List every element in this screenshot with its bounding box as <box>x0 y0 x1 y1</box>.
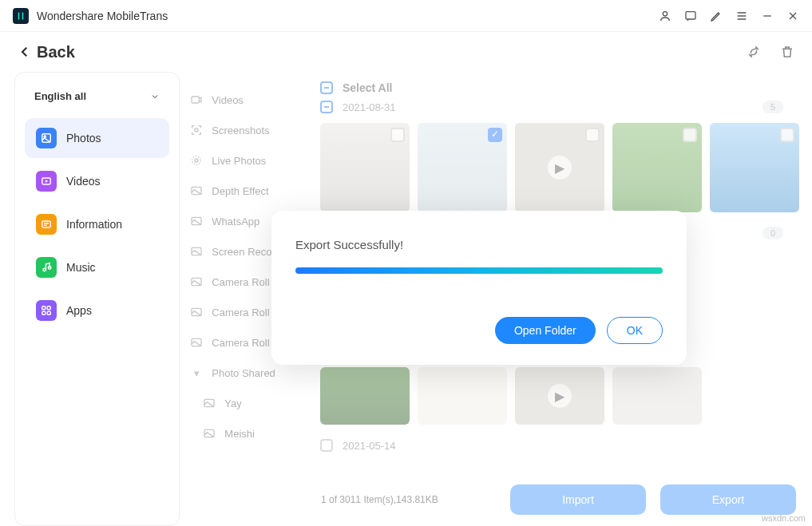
photo-thumb[interactable] <box>612 123 702 212</box>
select-all-label: Select All <box>343 81 393 94</box>
svg-point-13 <box>195 129 198 132</box>
export-success-modal: Export Successfully! Open Folder OK <box>271 211 687 365</box>
import-button[interactable]: Import <box>510 484 646 515</box>
select-all-checkbox[interactable] <box>320 81 333 94</box>
svg-rect-5 <box>42 221 51 227</box>
photo-thumb[interactable] <box>320 123 410 212</box>
svg-rect-11 <box>47 311 50 314</box>
progress-bar <box>295 267 663 274</box>
info-icon <box>36 214 57 235</box>
album-label: Photo Shared <box>212 367 275 379</box>
nav-information[interactable]: Information <box>25 204 169 244</box>
album-label: Yay <box>224 397 241 409</box>
date-checkbox[interactable] <box>320 101 333 113</box>
date-checkbox[interactable] <box>320 439 333 452</box>
svg-rect-12 <box>192 97 199 103</box>
image-icon <box>189 214 204 228</box>
album-label: Depth Effect <box>212 185 268 197</box>
thumb-checkbox[interactable] <box>488 128 502 142</box>
thumb-checkbox[interactable] <box>390 128 405 142</box>
play-icon: ▶ <box>548 384 572 408</box>
photo-thumb[interactable] <box>418 123 507 212</box>
svg-rect-8 <box>42 307 46 310</box>
back-label: Back <box>37 43 75 61</box>
album-label: Camera Roll <box>212 307 269 318</box>
thumb-checkbox[interactable] <box>683 128 697 142</box>
nav-videos[interactable]: Videos <box>25 161 169 201</box>
music-icon <box>36 257 57 278</box>
photo-thumb[interactable] <box>612 367 702 425</box>
back-button[interactable]: Back <box>18 43 75 61</box>
date-label: 2021-05-14 <box>343 440 396 452</box>
app-logo <box>13 8 29 24</box>
selection-info: 1 of 3011 Item(s),143.81KB <box>321 494 438 505</box>
image-icon <box>189 244 204 259</box>
ok-button[interactable]: OK <box>607 317 663 344</box>
album-videos[interactable]: Videos <box>183 85 311 115</box>
photo-thumb[interactable]: ▶ <box>515 367 604 425</box>
svg-rect-10 <box>42 311 46 314</box>
svg-rect-9 <box>47 307 50 310</box>
svg-point-7 <box>48 267 51 270</box>
apps-icon <box>36 300 57 321</box>
caret-down-icon: ▾ <box>189 366 204 380</box>
album-screenshots[interactable]: Screenshots <box>183 115 311 145</box>
svg-point-0 <box>663 11 667 15</box>
photo-thumb[interactable] <box>418 367 507 425</box>
album-label: Meishi <box>224 428 255 440</box>
album-label: Live Photos <box>212 155 266 167</box>
nav-photos[interactable]: Photos <box>25 118 169 158</box>
footer: 1 of 3011 Item(s),143.81KB Import Export <box>321 484 796 515</box>
album-deptheffect[interactable]: Depth Effect <box>183 176 311 206</box>
date-label: 2021-08-31 <box>343 101 396 113</box>
photo-thumb[interactable] <box>320 367 410 425</box>
chevron-down-icon <box>150 92 160 101</box>
open-folder-button[interactable]: Open Folder <box>495 317 596 344</box>
svg-point-3 <box>44 136 46 137</box>
close-icon[interactable] <box>786 10 799 22</box>
album-livephotos[interactable]: Live Photos <box>183 145 311 176</box>
thumb-checkbox[interactable] <box>780 128 794 142</box>
nav-label: Apps <box>66 304 92 317</box>
count-badge: 0 <box>762 227 783 239</box>
album-label: Camera Roll <box>212 337 269 349</box>
modal-title: Export Successfully! <box>295 238 663 251</box>
count-badge: 5 <box>762 101 783 113</box>
app-title: Wondershare MobileTrans <box>37 10 168 22</box>
nav-label: Photos <box>66 132 101 144</box>
image-icon <box>189 275 204 289</box>
image-icon <box>202 396 216 410</box>
language-dropdown[interactable]: English all <box>25 85 169 107</box>
message-icon[interactable] <box>684 10 697 22</box>
photo-thumb[interactable]: ▶ <box>515 123 604 212</box>
image-icon <box>189 305 204 319</box>
edit-icon[interactable] <box>710 10 723 22</box>
album-meishi[interactable]: Meishi <box>183 418 311 449</box>
livephoto-icon <box>189 153 204 168</box>
delete-icon[interactable] <box>780 45 794 59</box>
nav-music[interactable]: Music <box>25 247 169 287</box>
image-icon <box>189 184 204 198</box>
play-icon: ▶ <box>548 156 572 180</box>
nav-apps[interactable]: Apps <box>25 291 169 330</box>
minimize-icon[interactable] <box>761 10 774 22</box>
category-sidebar: English all Photos Videos Information Mu… <box>14 72 180 526</box>
image-icon <box>202 426 216 441</box>
menu-icon[interactable] <box>735 10 748 22</box>
screenshot-icon <box>189 123 204 137</box>
titlebar: Wondershare MobileTrans <box>0 0 812 32</box>
videos-icon <box>36 171 57 192</box>
nav-label: Information <box>66 218 122 231</box>
nav-label: Videos <box>66 175 101 188</box>
nav-label: Music <box>66 261 96 274</box>
export-button[interactable]: Export <box>660 484 796 515</box>
account-icon[interactable] <box>659 10 671 22</box>
album-yay[interactable]: Yay <box>183 388 311 418</box>
svg-point-15 <box>192 156 201 165</box>
svg-point-14 <box>195 159 198 162</box>
thumb-checkbox[interactable] <box>585 128 600 142</box>
photo-thumb[interactable] <box>710 123 799 212</box>
refresh-icon[interactable] <box>747 45 761 59</box>
album-label: WhatsApp <box>212 216 259 227</box>
video-icon <box>189 93 204 107</box>
